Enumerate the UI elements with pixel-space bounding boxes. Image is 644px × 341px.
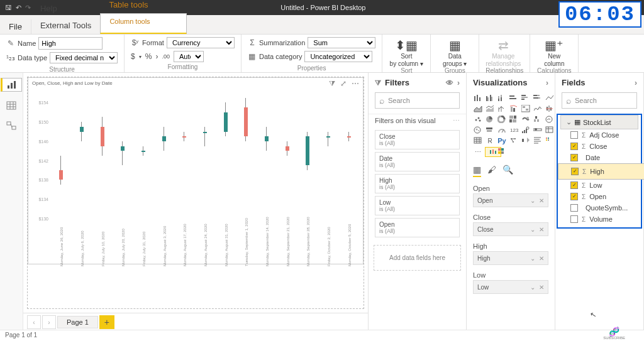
- viz-type-4[interactable]: [521, 94, 531, 102]
- viz-type-25[interactable]: [521, 126, 531, 134]
- save-icon[interactable]: 🖫: [5, 4, 12, 12]
- viz-type-10[interactable]: [509, 104, 519, 113]
- redo-icon[interactable]: ↷: [25, 4, 31, 12]
- viz-type-8[interactable]: [485, 104, 495, 113]
- remove-icon[interactable]: ✕: [539, 197, 544, 204]
- viz-type-17[interactable]: [509, 115, 519, 124]
- viz-type-22[interactable]: [485, 126, 495, 134]
- checkbox-icon[interactable]: [570, 131, 578, 139]
- checkbox-icon[interactable]: [570, 204, 578, 212]
- viz-type-14[interactable]: [473, 115, 483, 124]
- chevron-down-icon[interactable]: ⌄: [530, 226, 535, 233]
- fields-search[interactable]: Search: [562, 92, 637, 109]
- viz-type-0[interactable]: [473, 94, 483, 102]
- decimal-places[interactable]: Auto: [174, 51, 204, 62]
- filter-open[interactable]: Openis (All): [375, 218, 460, 237]
- candlestick-visual[interactable]: Open, Close, High and Low by Date ⧩ ⤢ ⋯ …: [28, 77, 364, 264]
- viz-type-11[interactable]: [521, 104, 531, 113]
- format-select[interactable]: Currency: [167, 37, 235, 48]
- viz-type-3[interactable]: [509, 94, 519, 102]
- field-quotesymb---[interactable]: QuoteSymb...: [558, 202, 641, 214]
- collapse-filters-icon[interactable]: ›: [457, 78, 460, 87]
- chevron-down-icon[interactable]: ⌄: [530, 284, 535, 291]
- eye-icon[interactable]: 👁: [446, 78, 453, 87]
- remove-icon[interactable]: ✕: [539, 284, 544, 291]
- field-date[interactable]: Date: [558, 152, 641, 163]
- field-high[interactable]: ΣHigh: [558, 163, 644, 180]
- percent-btn[interactable]: %: [145, 52, 152, 61]
- filters-search[interactable]: Search: [375, 92, 460, 109]
- collapse-fields-icon[interactable]: ›: [635, 78, 637, 87]
- checkbox-icon[interactable]: [570, 215, 578, 223]
- filter-high[interactable]: Highis (All): [375, 174, 460, 193]
- datatype-select[interactable]: Fixed decimal num...: [50, 52, 118, 63]
- filter-date[interactable]: Dateis (All): [375, 152, 460, 171]
- well-open[interactable]: Open⌄✕: [473, 193, 548, 207]
- viz-type-20[interactable]: [545, 115, 555, 124]
- new-column-button[interactable]: ▦⁺Newcolumn: [536, 37, 572, 67]
- viz-type-29[interactable]: R: [485, 136, 495, 145]
- tab-column-tools[interactable]: Column tools: [100, 13, 187, 34]
- checkbox-icon[interactable]: [570, 181, 578, 189]
- viz-type-15[interactable]: [485, 115, 495, 124]
- viz-type-24[interactable]: 123: [509, 126, 519, 134]
- page-tab-1[interactable]: Page 1: [57, 316, 98, 328]
- viz-type-2[interactable]: [497, 94, 507, 102]
- filter-close[interactable]: Closeis (All): [375, 130, 460, 149]
- filter-low[interactable]: Lowis (All): [375, 196, 460, 215]
- viz-type-7[interactable]: [473, 104, 483, 113]
- viz-palette-icon[interactable]: [497, 147, 507, 156]
- viz-type-21[interactable]: [473, 126, 483, 134]
- viz-type-27[interactable]: [545, 126, 555, 134]
- well-high[interactable]: High⌄✕: [473, 251, 548, 265]
- field-close[interactable]: ΣClose: [558, 141, 641, 152]
- tab-external-tools[interactable]: External Tools: [31, 17, 100, 34]
- checkbox-icon[interactable]: [570, 154, 578, 161]
- viz-type-26[interactable]: [533, 126, 543, 134]
- viz-type-33[interactable]: [533, 136, 543, 145]
- checkbox-icon[interactable]: [570, 193, 578, 200]
- sort-by-column-button[interactable]: ⬍▦Sortby column ▾: [389, 37, 424, 67]
- analytics-tab-icon[interactable]: 🔍: [502, 165, 513, 177]
- checkbox-icon[interactable]: [571, 168, 579, 175]
- currency-btn[interactable]: $: [131, 52, 135, 61]
- filter-icon[interactable]: ⧩: [329, 79, 335, 88]
- viz-type-28[interactable]: [473, 136, 483, 145]
- viz-type-13[interactable]: [545, 104, 555, 113]
- viz-type-35[interactable]: ⋯: [473, 147, 483, 156]
- viz-type-16[interactable]: [497, 115, 507, 124]
- tab-help[interactable]: Help: [31, 0, 100, 17]
- viz-type-34[interactable]: [545, 136, 555, 145]
- focus-icon[interactable]: ⤢: [340, 79, 347, 88]
- add-page-btn[interactable]: +: [99, 315, 114, 329]
- more-icon[interactable]: ⋯: [352, 79, 359, 88]
- chevron-down-icon[interactable]: ⌄: [530, 255, 535, 262]
- well-low[interactable]: Low⌄✕: [473, 280, 548, 294]
- remove-icon[interactable]: ✕: [539, 255, 544, 262]
- chevron-down-icon[interactable]: ⌄: [530, 197, 535, 204]
- column-name-input[interactable]: [38, 37, 103, 50]
- viz-type-30[interactable]: Py: [497, 136, 507, 145]
- remove-icon[interactable]: ✕: [539, 226, 544, 233]
- viz-type-23[interactable]: [497, 126, 507, 134]
- viz-type-12[interactable]: [533, 104, 543, 113]
- viz-type-18[interactable]: [521, 115, 531, 124]
- filters-section-more[interactable]: ⋯: [453, 117, 460, 125]
- fields-tab-icon[interactable]: ▦: [473, 165, 481, 177]
- table-stocklist[interactable]: ⌄▦StockList: [560, 115, 638, 129]
- decimals-btn[interactable]: .00: [162, 53, 170, 60]
- file-menu[interactable]: File: [0, 19, 31, 34]
- tab-table-tools[interactable]: Table tools: [100, 0, 187, 13]
- field-open[interactable]: ΣOpen: [558, 191, 641, 202]
- viz-type-5[interactable]: [533, 94, 543, 102]
- checkbox-icon[interactable]: [570, 143, 578, 150]
- viz-type-32[interactable]: [521, 136, 531, 145]
- prev-page-btn[interactable]: ‹: [27, 315, 41, 329]
- data-category-select[interactable]: Uncategorized: [304, 51, 372, 62]
- data-view-icon[interactable]: [4, 99, 18, 112]
- viz-type-31[interactable]: [509, 136, 519, 145]
- filters-dropzone[interactable]: Add data fields here: [374, 245, 461, 271]
- collapse-viz-icon[interactable]: ›: [546, 78, 548, 87]
- undo-icon[interactable]: ↶: [16, 4, 21, 12]
- model-view-icon[interactable]: [4, 119, 18, 132]
